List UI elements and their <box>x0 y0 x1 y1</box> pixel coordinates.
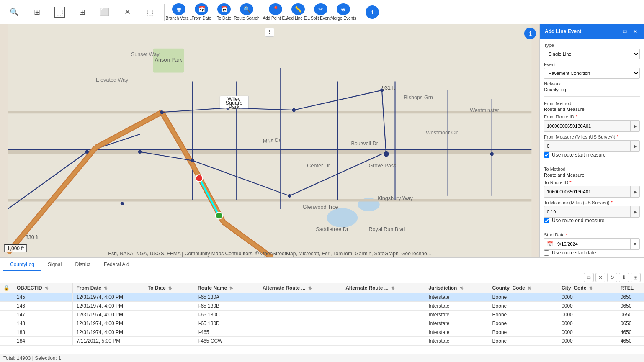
table-layout-btn[interactable]: ⊞ <box>631 273 641 282</box>
to-date-btn[interactable]: 📅 To Date <box>213 2 235 23</box>
use-route-start-checkbox[interactable] <box>544 152 549 158</box>
to-route-id-input[interactable] <box>544 186 630 197</box>
svg-text:Sunset Way: Sunset Way <box>131 51 160 57</box>
objectid-menu-icon[interactable]: ⋯ <box>50 286 54 290</box>
city-code-menu-icon[interactable]: ⋯ <box>595 286 599 290</box>
map-expand-btn[interactable] <box>265 28 274 37</box>
start-date-dropdown-btn[interactable]: ▼ <box>630 239 639 249</box>
table-row[interactable]: 184 7/11/2012, 5:00 PM I-465 CCW Interst… <box>0 337 644 346</box>
alt-route1-sort-icon: ⇅ <box>308 286 312 290</box>
select2-tool-btn[interactable]: ⬜ <box>94 2 116 23</box>
info-icon: ℹ <box>366 5 379 19</box>
route-search-btn[interactable]: 🔍 Route Search <box>236 2 258 23</box>
col-alt-route2[interactable]: Alternate Route ... ⇅ ⋯ <box>342 283 425 293</box>
col-alt-route1[interactable]: Alternate Route ... ⇅ ⋯ <box>259 283 342 293</box>
county-code-menu-icon[interactable]: ⋯ <box>533 286 537 290</box>
map-svg: Anson Park <box>0 24 539 257</box>
row-jurisdiction: Interstate <box>425 302 489 311</box>
table-export-btn[interactable]: ⬇ <box>619 273 629 282</box>
col-county-code[interactable]: County_Code ⇅ ⋯ <box>489 283 558 293</box>
select-tool-btn[interactable]: ⬚ <box>49 2 70 23</box>
col-lock: 🔒 <box>0 283 13 293</box>
split-event-btn[interactable]: ✂ Split Event <box>310 2 332 23</box>
table-clear-btn[interactable]: ✕ <box>595 273 605 282</box>
col-route-name[interactable]: Route Name ⇅ ⋯ <box>194 283 259 293</box>
from-measure-wrapper: ▶ <box>544 140 640 152</box>
from-date-menu-icon[interactable]: ⋯ <box>110 286 114 290</box>
alt-route1-menu-icon[interactable]: ⋯ <box>314 286 318 290</box>
table-refresh-btn[interactable]: ↻ <box>607 273 617 282</box>
branch-version-btn[interactable]: ▦ Branch Vers... <box>168 2 190 23</box>
to-measure-nav-btn[interactable]: ▶ <box>630 206 639 217</box>
table-row[interactable]: 183 12/31/1974, 4:00 PM I-465 Interstate… <box>0 328 644 337</box>
from-route-id-input[interactable] <box>544 121 630 131</box>
from-method-field: From Method Route and Measure <box>544 101 640 112</box>
clear-tool-btn[interactable]: ✕ <box>116 2 138 23</box>
jurisdiction-menu-icon[interactable]: ⋯ <box>465 286 469 290</box>
map-info-btn[interactable]: ℹ <box>524 28 536 39</box>
use-route-end-checkbox[interactable] <box>544 218 549 223</box>
row-route-name: I-65 130C <box>194 311 259 319</box>
col-objectid[interactable]: OBJECTID ⇅ ⋯ <box>13 283 73 293</box>
tab-federal-aid[interactable]: Federal Aid <box>97 259 136 271</box>
svg-point-39 <box>292 108 296 112</box>
row-jurisdiction: Interstate <box>425 311 489 319</box>
row-from-date: 12/31/1974, 4:00 PM <box>73 293 144 302</box>
info-btn[interactable]: ℹ <box>361 2 383 23</box>
alt-route2-menu-icon[interactable]: ⋯ <box>397 286 401 290</box>
col-city-code[interactable]: City_Code ⇅ ⋯ <box>558 283 617 293</box>
table-row[interactable]: 148 12/31/1974, 4:00 PM I-65 130D Inters… <box>0 319 644 328</box>
from-measure-input[interactable] <box>544 141 630 151</box>
data-table-wrapper[interactable]: 🔒 OBJECTID ⇅ ⋯ From Date ⇅ ⋯ To Date <box>0 283 644 354</box>
table-row[interactable]: 145 12/31/1974, 4:00 PM I-65 130A Inters… <box>0 293 644 302</box>
measure-tool-btn[interactable]: ⬚ <box>139 2 161 23</box>
table-body: 145 12/31/1974, 4:00 PM I-65 130A Inters… <box>0 293 644 346</box>
tab-district[interactable]: District <box>68 259 97 271</box>
layers-tool-btn[interactable]: ⊞ <box>26 2 48 23</box>
row-from-date: 12/31/1974, 4:00 PM <box>73 319 144 328</box>
event-select[interactable]: Pavement Condition <box>544 68 640 79</box>
svg-text:Anson Park: Anson Park <box>155 57 183 63</box>
col-jurisdiction[interactable]: Jurisdiction ⇅ ⋯ <box>425 283 489 293</box>
from-measure-field: From Measure (Miles (US Survey)) ▶ Use r… <box>544 134 640 158</box>
to-route-id-wrapper: ▶ <box>544 186 640 198</box>
identify-tool-btn[interactable]: ⊞ <box>71 2 93 23</box>
map-attribution: Esri, NASA, NGA, USGS, FEMA | Community … <box>108 251 431 257</box>
table-tabs: CountyLog Signal District Federal Aid <box>0 258 644 272</box>
to-measure-input[interactable] <box>544 206 630 217</box>
to-route-id-nav-btn[interactable]: ▶ <box>630 186 639 197</box>
start-date-input[interactable] <box>556 239 630 249</box>
search-tool-btn[interactable]: 🔍 <box>3 2 25 23</box>
from-route-id-nav-btn[interactable]: ▶ <box>630 121 639 131</box>
panel-restore-btn[interactable]: ⧉ <box>621 28 629 35</box>
map-container[interactable]: Anson Park <box>0 24 539 257</box>
table-row[interactable]: 146 12/31/1974, 4:00 PM I-65 130B Inters… <box>0 302 644 311</box>
row-alt-route1 <box>259 337 342 346</box>
from-measure-nav-btn[interactable]: ▶ <box>630 141 639 151</box>
col-to-date[interactable]: To Date ⇅ ⋯ <box>144 283 194 293</box>
add-line-event-btn[interactable]: 📏 Add Line E... <box>287 2 309 23</box>
type-select[interactable]: Single LineMulti Line <box>544 49 640 59</box>
table-row[interactable]: 147 12/31/1974, 4:00 PM I-65 130C Inters… <box>0 311 644 319</box>
merge-events-btn[interactable]: ⊕ Merge Events <box>332 2 354 23</box>
route-name-menu-icon[interactable]: ⋯ <box>235 286 240 290</box>
col-from-date[interactable]: From Date ⇅ ⋯ <box>73 283 144 293</box>
table-filter-btn[interactable]: ⧉ <box>584 273 594 282</box>
panel-header-actions: ⧉ ✕ <box>621 28 639 35</box>
add-point-event-btn[interactable]: 📍 Add Point E... <box>265 2 286 23</box>
row-jurisdiction: Interstate <box>425 319 489 328</box>
from-date-btn[interactable]: 📅 From Date <box>191 2 212 23</box>
to-date-menu-icon[interactable]: ⋯ <box>174 286 178 290</box>
col-rtel[interactable]: RTEL <box>617 283 644 293</box>
svg-text:Center Dr: Center Dr <box>307 163 330 169</box>
row-city-code: 0000 <box>558 319 617 328</box>
tab-countylog[interactable]: CountyLog <box>3 259 41 271</box>
tab-signal[interactable]: Signal <box>41 259 68 271</box>
use-start-date-checkbox[interactable] <box>544 250 549 256</box>
row-rtel: 0650 <box>617 319 644 328</box>
panel-close-btn[interactable]: ✕ <box>631 28 639 35</box>
use-route-end-label: Use route end measure <box>552 218 604 223</box>
row-rtel: 0650 <box>617 302 644 311</box>
row-jurisdiction: Interstate <box>425 337 489 346</box>
row-objectid: 145 <box>13 293 73 302</box>
